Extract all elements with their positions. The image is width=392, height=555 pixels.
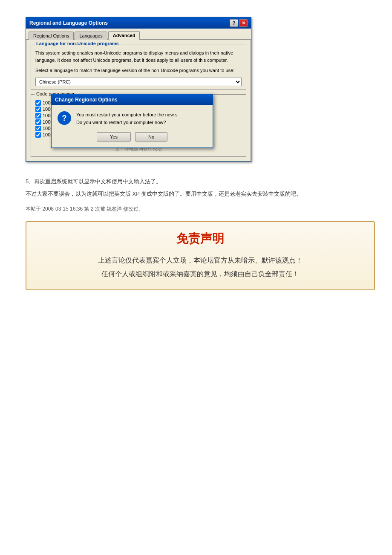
titlebar-buttons: ? ✕ xyxy=(230,19,248,27)
disclaimer-line2: 任何个人或组织附和或采纳嘉宾的意见，均须由自己负全部责任！ xyxy=(39,267,361,281)
dialog-titlebar: Regional and Language Options ? ✕ xyxy=(26,17,251,29)
codepage-checkbox-1[interactable] xyxy=(35,107,41,112)
message-line2: Do you want to restart your computer now… xyxy=(76,119,207,127)
tab-list: Regional Options Languages Advanced xyxy=(29,31,248,40)
post-time: 本帖于 2008-03-15 16:36 第 2 次被 姚鉴洋 修改过。 xyxy=(26,205,144,213)
help-button[interactable]: ? xyxy=(230,19,238,27)
message-line1: You must restart your computer before th… xyxy=(76,111,207,119)
change-dialog-overlay: Change Regional Options ? You must resta… xyxy=(51,94,213,148)
yes-button[interactable]: Yes xyxy=(97,132,131,142)
article-content: 5、再次重启系统就可以显示中文和使用中文输入法了。 不过大家不要误会，以为这就可… xyxy=(26,176,302,202)
language-description2: Select a language to match the language … xyxy=(35,67,242,74)
change-dialog-title: Change Regional Options xyxy=(55,97,118,103)
tab-languages[interactable]: Languages xyxy=(75,32,107,40)
language-group: Language for non-Unicode programs This s… xyxy=(31,44,246,90)
disclaimer-content: 上述言论仅代表嘉宾个人立场，本论坛官方从未暗示、默许该观点！ 任何个人或组织附和… xyxy=(39,254,361,281)
tabs-area: Regional Options Languages Advanced xyxy=(26,29,251,40)
language-description1: This system setting enables non-Unicode … xyxy=(35,49,242,64)
codepage-checkbox-4[interactable] xyxy=(35,126,41,131)
question-icon: ? xyxy=(58,111,71,125)
language-group-label: Language for non-Unicode programs xyxy=(35,41,121,46)
change-regional-dialog: Change Regional Options ? You must resta… xyxy=(51,94,213,148)
codepage-checkbox-3[interactable] xyxy=(35,119,41,125)
change-dialog-titlebar: Change Regional Options xyxy=(52,94,213,105)
codepage-checkbox-5[interactable] xyxy=(35,132,41,138)
tab-regional-options[interactable]: Regional Options xyxy=(29,32,74,40)
message-row: ? You must restart your computer before … xyxy=(58,111,207,126)
dialog-title: Regional and Language Options xyxy=(29,20,108,26)
change-dialog-content: ? You must restart your computer before … xyxy=(52,105,213,147)
disclaimer-line1: 上述言论仅代表嘉宾个人立场，本论坛官方从未暗示、默许该观点！ xyxy=(39,254,361,267)
codepage-checkbox-2[interactable] xyxy=(35,113,41,119)
tab-advanced[interactable]: Advanced xyxy=(108,31,140,40)
change-dialog-buttons: Yes No xyxy=(58,132,207,142)
language-select[interactable]: Chinese (PRC) English (United States) Ja… xyxy=(35,78,242,86)
message-text: You must restart your computer before th… xyxy=(76,111,207,126)
codepage-checkbox-0[interactable] xyxy=(35,100,41,106)
no-button[interactable]: No xyxy=(135,132,167,142)
disclaimer-box: 免责声明 上述言论仅代表嘉宾个人立场，本论坛官方从未暗示、默许该观点！ 任何个人… xyxy=(26,221,375,290)
disclaimer-title: 免责声明 xyxy=(39,231,361,247)
article-paragraph1: 5、再次重启系统就可以显示中文和使用中文输入法了。 xyxy=(26,176,302,186)
article-paragraph2: 不过大家不要误会，以为这就可以把英文版 XP 变成中文版的了。要用中文版，还是老… xyxy=(26,189,302,199)
close-button[interactable]: ✕ xyxy=(239,19,248,27)
